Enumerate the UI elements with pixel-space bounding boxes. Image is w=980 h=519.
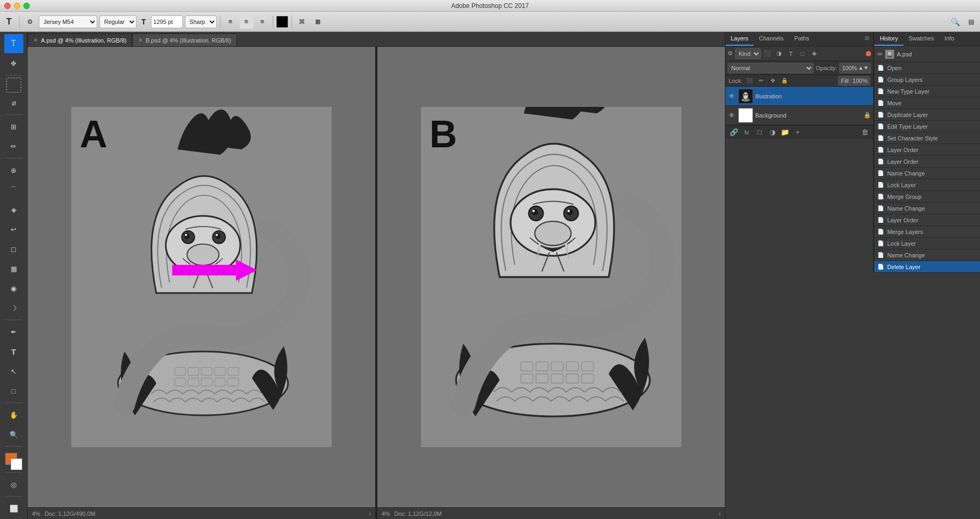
align-left-icon[interactable]: ≡	[224, 15, 238, 29]
dodge-tool[interactable]: ☽	[4, 298, 23, 317]
history-item-h-edit-type[interactable]: 📄 Edit Type Layer	[874, 121, 980, 132]
shape-tool[interactable]: □	[4, 381, 23, 400]
anti-alias-select[interactable]: Sharp	[185, 15, 217, 28]
text-color-swatch[interactable]	[276, 16, 288, 28]
history-item-h-layer-order2[interactable]: 📄 Layer Order	[874, 156, 980, 168]
history-item-h-delete[interactable]: 📄 Delete Layer	[874, 261, 980, 273]
warp-text-icon[interactable]: ⌘	[295, 15, 309, 29]
text-tool-icon[interactable]: T	[2, 15, 16, 29]
path-select-tool[interactable]: ↖	[4, 362, 23, 381]
history-item-h-group[interactable]: 📄 Group Layers	[874, 74, 980, 86]
layers-filter-toolbar: ⚙ Kind ⬛ ◑ T □ ◈	[725, 46, 873, 61]
new-layer-btn[interactable]: +	[792, 127, 803, 138]
fill-input[interactable]: Fill: 100%	[838, 76, 870, 86]
maximize-button[interactable]	[23, 3, 30, 9]
history-item-h-lock1[interactable]: 📄 Lock Layer	[874, 179, 980, 191]
screen-mode-tool[interactable]: ⬜	[4, 499, 23, 518]
new-group-btn[interactable]: 📁	[780, 127, 790, 138]
tab-a[interactable]: ✕ A.psd @ 4% (Illustration, RGB/8)	[28, 34, 132, 46]
tool-options-icon[interactable]: ⚙	[23, 15, 37, 29]
layer-row-background[interactable]: 👁 Background 🔒	[725, 106, 873, 125]
minimize-button[interactable]	[14, 3, 20, 9]
canvas-doc-a[interactable]: A	[28, 47, 375, 507]
type-tool[interactable]: T	[4, 342, 23, 361]
crop-tool[interactable]: ⊞	[4, 117, 23, 136]
tab-b[interactable]: ✕ B.psd @ 4% (Illustration, RGB/8)	[132, 34, 237, 46]
panel-collapse-btn[interactable]: ⊟	[860, 32, 873, 46]
filter-type-btn[interactable]: T	[785, 48, 796, 59]
stamp-tool[interactable]: ◈	[4, 200, 23, 219]
layers-kind-select[interactable]: Kind	[735, 48, 761, 59]
paths-tab[interactable]: Paths	[789, 32, 815, 46]
filter-smart-btn[interactable]: ◈	[809, 48, 820, 59]
filter-adjust-btn[interactable]: ◑	[774, 48, 784, 59]
history-item-h-name-change2[interactable]: 📄 Name Change	[874, 203, 980, 214]
history-item-h-move[interactable]: 📄 Move	[874, 97, 980, 109]
font-family-select[interactable]: Jersey M54	[39, 15, 97, 28]
history-item-h-layer-order1[interactable]: 📄 Layer Order	[874, 144, 980, 156]
opacity-input[interactable]: 100% ▲▼	[839, 63, 871, 73]
brush-tool[interactable]: ⌒	[4, 180, 23, 199]
swatches-tab[interactable]: Swatches	[903, 32, 940, 46]
lasso-tool[interactable]: ⌀	[4, 93, 23, 112]
close-button[interactable]	[4, 3, 11, 9]
eyedropper-tool[interactable]: ✏	[4, 137, 23, 156]
history-brush-tool[interactable]: ↩	[4, 220, 23, 239]
history-item-icon: 📄	[877, 252, 884, 258]
canvas-doc-b[interactable]: B	[377, 47, 725, 507]
text-tool[interactable]: T	[4, 34, 23, 53]
lock-position-btn[interactable]: ✥	[768, 76, 778, 86]
history-item-h-open[interactable]: 📄 Open	[874, 62, 980, 74]
info-tab[interactable]: Info	[939, 32, 959, 46]
options-panel-icon[interactable]: ▦	[311, 15, 325, 29]
fx-btn[interactable]: fx	[741, 127, 752, 138]
healing-brush-tool[interactable]: ⊕	[4, 161, 23, 180]
history-item-h-merge-layers[interactable]: 📄 Merge Layers	[874, 226, 980, 238]
add-adjustment-btn[interactable]: ◑	[767, 127, 778, 138]
add-mask-btn[interactable]: □	[754, 127, 765, 138]
history-item-h-lock2[interactable]: 📄 Lock Layer	[874, 238, 980, 249]
history-item-h-char-style[interactable]: 📄 Set Character Style	[874, 132, 980, 144]
move-tool[interactable]: ✥	[4, 54, 23, 73]
eraser-tool[interactable]: ◻	[4, 239, 23, 258]
filter-pixel-btn[interactable]: ⬛	[762, 48, 773, 59]
canvas-a-docinfo: Doc: 1,12G/490,0M	[45, 510, 95, 517]
align-center-icon[interactable]: ≡	[240, 15, 254, 29]
lock-image-btn[interactable]: ✏	[756, 76, 766, 86]
history-item-h-layer-order3[interactable]: 📄 Layer Order	[874, 214, 980, 226]
lock-all-btn[interactable]: 🔒	[780, 76, 789, 86]
history-item-h-dup[interactable]: 📄 Duplicate Layer	[874, 109, 980, 121]
history-item-h-merge-group[interactable]: 📄 Merge Group	[874, 191, 980, 203]
layer-eye-illustration[interactable]: 👁	[728, 92, 736, 101]
layer-row-illustration[interactable]: 👁 Illustration	[725, 87, 873, 106]
link-layers-btn[interactable]: 🔗	[729, 127, 739, 138]
layers-tab[interactable]: Layers	[725, 32, 754, 46]
svg-point-44	[744, 94, 746, 95]
align-right-icon[interactable]: ≡	[256, 15, 269, 29]
background-color[interactable]	[11, 458, 22, 470]
font-style-select[interactable]: Regular	[99, 15, 137, 28]
gradient-tool[interactable]: ▦	[4, 259, 23, 278]
quick-mask-tool[interactable]: ◎	[4, 475, 23, 494]
delete-layer-btn[interactable]: 🗑	[859, 127, 870, 138]
blur-tool[interactable]: ◉	[4, 279, 23, 298]
tab-a-close[interactable]: ✕	[33, 37, 38, 43]
hand-tool[interactable]: ✋	[4, 405, 23, 424]
history-item-h-name-change3[interactable]: 📄 Name Change	[874, 249, 980, 261]
blend-mode-select[interactable]: Normal	[728, 63, 814, 73]
filter-shape-btn[interactable]: □	[797, 48, 808, 59]
lock-transparent-btn[interactable]: ⬛	[745, 76, 754, 86]
pen-tool[interactable]: ✒	[4, 322, 23, 341]
history-tab[interactable]: History	[874, 32, 903, 46]
layer-eye-background[interactable]: 👁	[728, 111, 736, 120]
zoom-tool[interactable]: 🔍	[4, 425, 23, 444]
marquee-tool[interactable]	[6, 78, 21, 93]
channels-tab[interactable]: Channels	[754, 32, 789, 46]
history-snapshot-row[interactable]: ✏ A.psd	[874, 46, 980, 62]
tab-b-close[interactable]: ✕	[138, 37, 142, 43]
search-icon[interactable]: 🔍	[948, 15, 962, 29]
history-item-h-name-change1[interactable]: 📄 Name Change	[874, 168, 980, 179]
workspace-icon[interactable]: ▤	[964, 15, 978, 29]
history-item-h-new-type[interactable]: 📄 New Type Layer	[874, 86, 980, 97]
font-size-input[interactable]: 1295 pt	[151, 15, 183, 28]
